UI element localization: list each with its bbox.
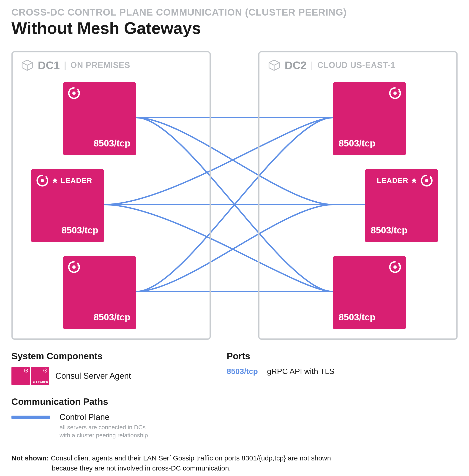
diagram-area: DC1 | ON PREMISES 8503/tcp LEADER 8503/t…	[11, 51, 458, 340]
node-port: 8503/tcp	[94, 312, 130, 322]
legend-mini-node-leader: LEADER	[31, 367, 49, 385]
dc2-node-2-leader: LEADER 8503/tcp	[365, 169, 438, 242]
node-port: 8503/tcp	[94, 138, 130, 148]
legend-line-swatch	[11, 416, 50, 419]
consul-icon	[67, 260, 81, 274]
legend-ports-heading: Ports	[227, 351, 334, 361]
cube-icon	[268, 59, 281, 72]
legend-comm-label: Control Plane	[60, 413, 148, 422]
consul-icon	[388, 260, 402, 274]
consul-icon	[388, 86, 402, 100]
legend-comm-sub: all servers are connected in DCs with a …	[60, 423, 148, 439]
consul-icon	[24, 368, 28, 373]
dc1-name: DC1	[38, 59, 60, 72]
legend-comm-heading: Communication Paths	[11, 397, 458, 407]
dc1-header: DC1 | ON PREMISES	[13, 52, 210, 78]
page-title: Without Mesh Gateways	[11, 19, 458, 37]
star-icon	[51, 177, 58, 184]
dc2-node-3: 8503/tcp	[333, 256, 406, 329]
consul-icon	[67, 86, 81, 100]
node-port: 8503/tcp	[62, 225, 98, 236]
pipe-separator: |	[311, 60, 313, 70]
legend-mini-node	[11, 367, 30, 385]
footnote-body: Consul client agents and their LAN Serf …	[11, 454, 331, 472]
dc2-name: DC2	[285, 59, 307, 72]
leader-row: LEADER	[377, 174, 434, 188]
footnote: Not shown: Consul client agents and thei…	[11, 453, 401, 473]
leader-label: LEADER	[377, 176, 408, 185]
dc2-header: DC2 | CLOUD US-EAST-1	[259, 52, 456, 78]
leader-label: LEADER	[61, 176, 92, 185]
legend-ports: Ports 8503/tcp gRPC API with TLS	[227, 351, 334, 385]
legend-components: System Components LEADER Consul Server A…	[11, 351, 199, 385]
star-icon	[33, 381, 35, 383]
dc1-node-2-leader: LEADER 8503/tcp	[31, 169, 104, 242]
eyebrow-text: CROSS-DC CONTROL PLANE COMMUNICATION (CL…	[11, 7, 458, 18]
node-port: 8503/tcp	[371, 225, 407, 236]
legend-components-heading: System Components	[11, 351, 199, 361]
cube-icon	[21, 59, 34, 72]
consul-icon	[420, 174, 434, 188]
star-icon	[411, 177, 418, 184]
legend-communication: Communication Paths Control Plane all se…	[11, 397, 458, 439]
dc2-container: DC2 | CLOUD US-EAST-1 8503/tcp LEADER 85…	[258, 51, 458, 340]
consul-icon	[35, 174, 49, 188]
legend-mini-nodes: LEADER	[11, 367, 49, 385]
leader-row: LEADER	[35, 174, 92, 188]
legend-port-desc: gRPC API with TLS	[267, 367, 334, 376]
footnote-prefix: Not shown:	[11, 454, 49, 462]
legend-port-key: 8503/tcp	[227, 367, 258, 376]
dc1-container: DC1 | ON PREMISES 8503/tcp LEADER 8503/t…	[11, 51, 211, 340]
node-port: 8503/tcp	[339, 138, 375, 148]
consul-icon	[43, 368, 48, 373]
dc1-location: ON PREMISES	[70, 60, 130, 70]
legend-consul-label: Consul Server Agent	[55, 371, 131, 381]
dc1-node-1: 8503/tcp	[63, 82, 136, 155]
dc2-node-1: 8503/tcp	[333, 82, 406, 155]
dc2-location: CLOUD US-EAST-1	[317, 60, 395, 70]
node-port: 8503/tcp	[339, 312, 375, 322]
legend-mini-leader-label: LEADER	[36, 381, 48, 384]
dc1-node-3: 8503/tcp	[63, 256, 136, 329]
pipe-separator: |	[64, 60, 66, 70]
